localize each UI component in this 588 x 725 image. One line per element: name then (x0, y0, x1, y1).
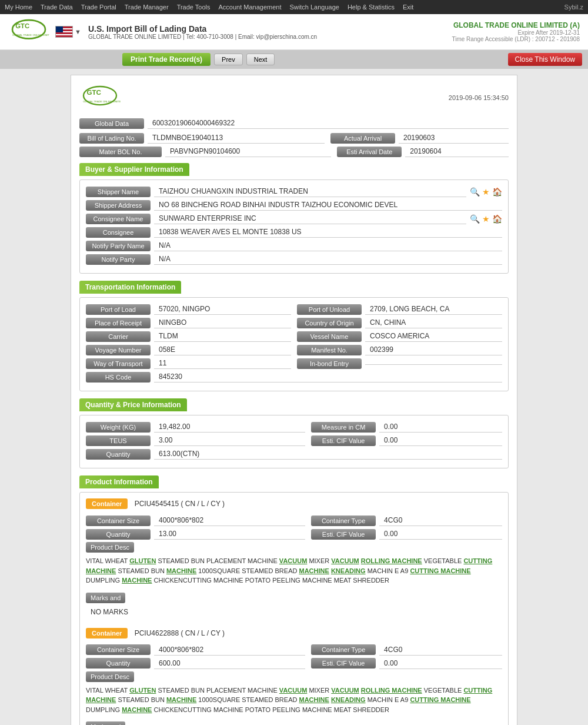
print-button-top[interactable]: Print Trade Record(s) (122, 53, 211, 66)
expire-info: Expire After 2019-12-31 (452, 29, 580, 36)
container-id-1: PCIU4622888 ( CN / L / CY ) (135, 629, 225, 637)
nav-exit[interactable]: Exit (403, 4, 413, 11)
nav-myhome[interactable]: My Home (5, 4, 32, 11)
highlight-vacuum-0: VACUUM (279, 557, 307, 564)
highlight-machine2-1: MACHINE (299, 696, 329, 703)
global-data-label: Global Data (79, 118, 144, 129)
flag-selector[interactable]: ▼ (55, 26, 81, 38)
nav-tradeportal[interactable]: Trade Portal (81, 4, 116, 11)
star-icon[interactable]: ★ (482, 187, 490, 197)
highlight-rolling-0: ROLLING MACHINE (361, 557, 422, 564)
qty-value: 613.00(CTN) (154, 448, 502, 460)
time-range: Time Range Accessible (LDR) : 200712 - 2… (452, 36, 580, 42)
nav-trademanager[interactable]: Trade Manager (125, 4, 169, 11)
consignee-label: Consignee (86, 227, 151, 238)
port-load-value: 57020, NINGPO (154, 304, 291, 315)
way-transport-label: Way of Transport (86, 358, 151, 369)
container-item-0: Container PCIU4545415 ( CN / L / CY ) Co… (86, 498, 502, 618)
nav-help[interactable]: Help & Statistics (348, 4, 395, 11)
quantity-section: Quantity & Price Information Weight (KG)… (79, 398, 509, 468)
doc-timestamp: 2019-09-06 15:34:50 (449, 94, 509, 101)
manifest-label: Manifest No. (297, 345, 362, 355)
mater-bol-label: Mater BOL No. (79, 147, 162, 157)
container-type-label-1: Container Type (311, 644, 376, 655)
quantity-box: Weight (KG) 19,482.00 Measure in CM 0.00… (79, 415, 509, 468)
teus-value: 3.00 (154, 435, 305, 446)
search-icon[interactable]: 🔍 (470, 187, 480, 197)
marks-value-0: NO MARKS (86, 606, 502, 618)
home-icon[interactable]: 🏠 (492, 187, 502, 197)
container-size-value-1: 4000*806*802 (154, 644, 305, 656)
consignee-icons: 🔍 ★ 🏠 (470, 214, 502, 224)
page-title-section: U.S. Import Bill of Lading Data GLOBAL T… (88, 24, 317, 40)
highlight-gluten-0: GLUTEN (129, 557, 156, 564)
gtc-logo: GTC GLOBAL TRADE ONLINE LIMITED (8, 18, 49, 46)
global-data-value: 600320190604000469322 (148, 118, 509, 129)
container-size-row-0: Container Size 4000*806*802 Container Ty… (86, 515, 502, 526)
svg-rect-0 (8, 18, 49, 44)
place-receipt-label: Place of Receipt (86, 318, 151, 328)
hs-code-value: 845230 (154, 371, 502, 383)
doc-header: GTC GLOBAL TRADE ONLINE LIMITED 2019-09-… (79, 84, 509, 112)
next-button-top[interactable]: Next (246, 54, 275, 65)
transport-box: Port of Load 57020, NINGPO Port of Unloa… (79, 297, 509, 391)
shipper-icons: 🔍 ★ 🏠 (470, 187, 502, 197)
vessel-name-value: COSCO AMERICA (365, 331, 502, 342)
buyer-supplier-header: Buyer & Supplier Information (79, 163, 189, 176)
esti-cif-qty-value: 0.00 (379, 435, 502, 446)
doc-logo: GTC GLOBAL TRADE ONLINE LIMITED (79, 84, 121, 112)
carrier-value: TLDM (154, 331, 291, 342)
container-id-0: PCIU4545415 ( CN / L / CY ) (135, 500, 225, 508)
product-desc-text-0: VITAL WHEAT GLUTEN STEAMED BUN PLACEMENT… (86, 554, 502, 588)
product-desc-text-1: VITAL WHEAT GLUTEN STEAMED BUN PLACEMENT… (86, 683, 502, 717)
product-section: Product Information Container PCIU454541… (79, 475, 509, 725)
highlight-machine-1: MACHINE (166, 696, 196, 703)
highlight-gluten-1: GLUTEN (129, 687, 156, 694)
consignee-value: 10838 WEAVER AVES EL MONTE 10838 US (154, 227, 502, 238)
measure-cm-value: 0.00 (379, 421, 502, 433)
home-icon-2[interactable]: 🏠 (492, 214, 502, 224)
highlight-vacuum2-0: VACUUM (331, 557, 359, 564)
nav-tradedata[interactable]: Trade Data (41, 4, 73, 11)
shipper-addr-label: Shipper Address (86, 200, 151, 211)
nav-tradetools[interactable]: Trade Tools (177, 4, 211, 11)
measure-cm-label: Measure in CM (311, 422, 376, 433)
container-size-row-1: Container Size 4000*806*802 Container Ty… (86, 644, 502, 656)
teus-label: TEUS (86, 435, 151, 446)
prev-button-top[interactable]: Prev (214, 54, 243, 65)
container-qty-value-1: 600.00 (154, 658, 305, 669)
nav-language[interactable]: Switch Language (290, 4, 339, 11)
search-icon-2[interactable]: 🔍 (470, 214, 480, 224)
way-transport-value: 11 (154, 358, 291, 369)
container-qty-value-0: 13.00 (154, 528, 305, 540)
container-cif-label-1: Esti. CIF Value (311, 658, 376, 669)
notify-party-name-row: Notify Party Name N/A (86, 240, 502, 251)
port-unload-label: Port of Unload (297, 304, 362, 315)
highlight-vacuum2-1: VACUUM (331, 687, 359, 694)
page-title: U.S. Import Bill of Lading Data (88, 24, 317, 34)
buyer-supplier-section: Buyer & Supplier Information Shipper Nam… (79, 163, 509, 274)
teus-row: TEUS 3.00 Esti. CIF Value 0.00 (86, 435, 502, 446)
highlight-machine3-0: MACHINE (122, 577, 152, 584)
container-label-0: Container (86, 498, 128, 509)
hs-code-row: HS Code 845230 (86, 371, 502, 383)
shipper-addr-value: NO 68 BINCHENG ROAD BINHAI INDUSTR TAIZH… (154, 199, 502, 211)
container-type-value-1: 4CG0 (379, 644, 502, 656)
country-origin-value: CN, CHINA (365, 317, 502, 328)
close-button-top[interactable]: Close This Window (508, 53, 582, 66)
highlight-rolling-1: ROLLING MACHINE (361, 687, 422, 694)
container-item-1: Container PCIU4622888 ( CN / L / CY ) Co… (86, 628, 502, 726)
actual-arrival-value: 20190603 (399, 132, 509, 144)
marks-label-1: Marks and (86, 721, 125, 725)
notify-party-row: Notify Party N/A (86, 254, 502, 265)
product-desc-label-0: Product Desc (86, 542, 134, 553)
shipper-addr-row: Shipper Address NO 68 BINCHENG ROAD BINH… (86, 199, 502, 211)
esti-arrival-label: Esti Arrival Date (337, 147, 402, 157)
container-size-label-0: Container Size (86, 516, 151, 526)
nav-account[interactable]: Account Management (219, 4, 282, 11)
star-icon-2[interactable]: ★ (482, 214, 490, 224)
bol-row: Bill of Lading No. TLDMNBOE19040113 Actu… (79, 132, 509, 144)
container-size-label-1: Container Size (86, 644, 151, 655)
page-header: GTC GLOBAL TRADE ONLINE LIMITED ▼ U.S. I… (0, 14, 588, 50)
hs-code-label: HS Code (86, 372, 151, 383)
